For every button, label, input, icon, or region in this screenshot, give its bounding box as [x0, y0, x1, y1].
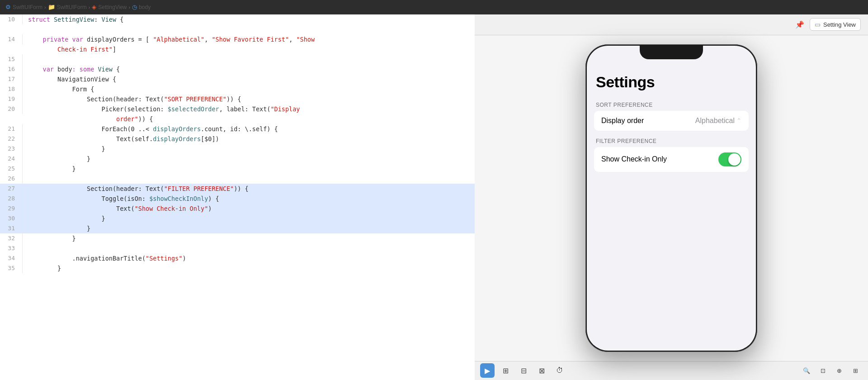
line-number: 24: [0, 154, 23, 164]
swift-icon-1: ◈: [92, 4, 96, 10]
line-number: 27: [0, 184, 23, 194]
display-order-value: Alphabetical ⌃: [695, 117, 741, 125]
pin-icon: 📌: [795, 20, 804, 29]
phone-mockup: Settings SORT PREFERENCE Display order A…: [585, 44, 757, 352]
zoom-out-icon: 🔍: [803, 367, 810, 374]
phone-notch: [640, 46, 703, 59]
zoom-out-button[interactable]: 🔍: [799, 363, 814, 378]
line-content: }: [23, 214, 475, 223]
grid-button[interactable]: ⊟: [516, 363, 531, 378]
table-row: 32 }: [0, 233, 475, 243]
zoom-in-button[interactable]: ⊕: [832, 363, 846, 378]
line-content: }: [23, 233, 475, 243]
table-row: 27 Section(header: Text("FILTER PREFEREN…: [0, 184, 475, 194]
chevron-icon: ⌃: [736, 117, 741, 124]
pin-button[interactable]: 📌: [793, 18, 806, 31]
clock-button[interactable]: ⏱: [552, 363, 567, 378]
line-number: 30: [0, 214, 23, 223]
table-row: 15: [0, 54, 475, 64]
zoom-fit-icon: ⊡: [821, 367, 826, 374]
swift-icon-2: ◷: [132, 4, 137, 10]
line-number: 35: [0, 263, 23, 273]
line-content: }: [23, 144, 475, 154]
zoom-in-icon: ⊕: [837, 367, 842, 374]
breadcrumb-bar: ⚙ SwiftUIForm › 📁 SwiftUIForm › ◈ Settin…: [0, 0, 868, 14]
breadcrumb-sep-1: ›: [44, 5, 46, 10]
table-row: 35 }: [0, 263, 475, 273]
breadcrumb-sep-2: ›: [89, 5, 90, 10]
setting-view-button[interactable]: ▭ Setting View: [810, 18, 861, 31]
folder-icon: 📁: [48, 4, 55, 10]
line-number: 20: [0, 104, 23, 114]
line-number: 23: [0, 144, 23, 154]
clock-icon: ⏱: [556, 366, 563, 375]
zoom-reset-button[interactable]: ⊞: [848, 363, 863, 378]
line-content: var body: some View {: [23, 64, 475, 74]
table-row: 25 }: [0, 164, 475, 174]
line-number: 19: [0, 94, 23, 104]
table-row: 33: [0, 243, 475, 253]
line-number: 18: [0, 84, 23, 94]
checkin-toggle[interactable]: [718, 152, 741, 166]
table-row: 22 Text(self.displayOrders[$0]): [0, 134, 475, 144]
right-panel: 📌 ▭ Setting View Settings SORT PREFERENC…: [475, 14, 868, 380]
line-number: 10: [0, 14, 23, 24]
line-content: Check-in First"]: [23, 44, 475, 54]
preview-header: 📌 ▭ Setting View: [475, 14, 868, 35]
line-content: Section(header: Text("FILTER PREFERENCE"…: [23, 184, 475, 194]
toolbar-right: 🔍 ⊡ ⊕ ⊞: [799, 363, 863, 378]
table-row: 17 NavigationView {: [0, 74, 475, 84]
code-area[interactable]: 10struct SettingView: View { 14 private …: [0, 14, 475, 380]
line-number: 26: [0, 174, 23, 184]
bottom-toolbar: ▶ ⊞ ⊟ ⊠ ⏱ 🔍 ⊡: [475, 361, 868, 380]
line-content: }: [23, 263, 475, 273]
table-row: 31 }: [0, 223, 475, 233]
line-content: NavigationView {: [23, 74, 475, 84]
table-row: 28 Toggle(isOn: $showCheckInOnly) {: [0, 194, 475, 204]
table-row: 10struct SettingView: View {: [0, 14, 475, 24]
main-content: 10struct SettingView: View { 14 private …: [0, 14, 868, 380]
table-row: 18 Form {: [0, 84, 475, 94]
line-content: order")) {: [23, 114, 475, 124]
show-checkin-row: Show Check-in Only: [594, 147, 749, 172]
sort-preference-group: Display order Alphabetical ⌃: [594, 111, 749, 131]
display-order-row[interactable]: Display order Alphabetical ⌃: [594, 111, 749, 131]
table-row: 19 Section(header: Text("SORT PREFERENCE…: [0, 94, 475, 104]
line-number: 33: [0, 243, 23, 253]
play-icon: ▶: [485, 366, 490, 375]
line-content: Form {: [23, 84, 475, 94]
line-content: }: [23, 223, 475, 233]
line-number: 25: [0, 164, 23, 174]
table-row: 26: [0, 174, 475, 184]
line-content: Picker(selection: $selectedOrder, label:…: [23, 104, 475, 114]
line-number: 14: [0, 34, 23, 44]
preview-button[interactable]: ⊞: [498, 363, 513, 378]
table-row: 23 }: [0, 144, 475, 154]
breadcrumb-item-1[interactable]: ⚙ SwiftUIForm: [5, 4, 42, 10]
toggle-thumb: [728, 153, 741, 166]
line-number: 29: [0, 204, 23, 214]
play-button[interactable]: ▶: [480, 363, 495, 378]
line-number: 15: [0, 54, 23, 64]
table-row: 34 .navigationBarTitle("Settings"): [0, 253, 475, 263]
device-button[interactable]: ⊠: [534, 363, 549, 378]
preview-icon: ⊞: [503, 366, 509, 375]
line-number: 28: [0, 194, 23, 204]
line-content: private var displayOrders = [ "Alphabeti…: [23, 34, 475, 44]
line-content: [23, 243, 475, 253]
phone-content: Settings SORT PREFERENCE Display order A…: [587, 46, 756, 351]
line-number: 32: [0, 233, 23, 243]
breadcrumb-item-3[interactable]: ◈ SettingView: [92, 4, 127, 10]
zoom-fit-button[interactable]: ⊡: [816, 363, 830, 378]
breadcrumb-item-4[interactable]: ◷ body: [132, 4, 151, 10]
filter-preference-group: Show Check-in Only: [594, 147, 749, 172]
phone-screen: Settings SORT PREFERENCE Display order A…: [587, 46, 756, 351]
table-row: 16 var body: some View {: [0, 64, 475, 74]
device-icon: ⊠: [539, 366, 545, 375]
preview-area: Settings SORT PREFERENCE Display order A…: [475, 35, 868, 361]
table-row: 21 ForEach(0 ..< displayOrders.count, id…: [0, 124, 475, 134]
breadcrumb-item-2[interactable]: 📁 SwiftUIForm: [48, 4, 87, 10]
line-content: .navigationBarTitle("Settings"): [23, 253, 475, 263]
filter-preference-header: FILTER PREFERENCE: [587, 131, 756, 147]
table-row: 30 }: [0, 214, 475, 223]
